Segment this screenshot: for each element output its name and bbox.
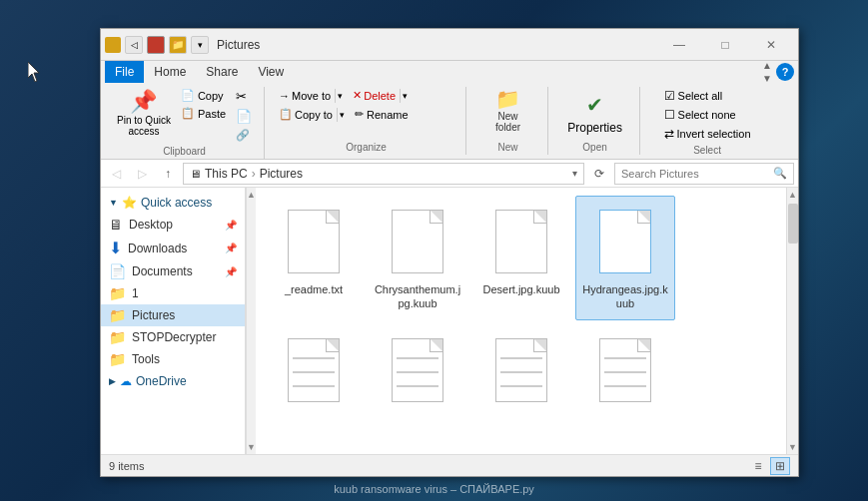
clipboard-buttons: 📌 Pin to Quickaccess 📄 Copy 📋 Paste (113, 87, 256, 144)
file-scroll-thumb[interactable] (788, 204, 798, 244)
doc-line (397, 357, 438, 359)
doc-line (293, 357, 335, 359)
sidebar-item-pictures[interactable]: 📁 Pictures (101, 304, 245, 326)
properties-label: Properties (567, 121, 622, 135)
pin-button[interactable]: 📌 Pin to Quickaccess (113, 87, 175, 139)
help-button[interactable]: ? (776, 63, 794, 81)
maximize-button[interactable]: □ (702, 29, 748, 61)
scroll-up-arrow[interactable]: ▲ (247, 190, 256, 200)
paste-button[interactable]: 📋 Paste (177, 105, 230, 122)
file-item-chrysanthemum[interactable]: Chrysanthemum.jpg.kuub (368, 196, 467, 320)
copy-to-split: 📋 Copy to ▾ (275, 106, 347, 123)
window-icon (105, 37, 121, 53)
doc-line (500, 385, 542, 387)
file-area-scrollbar[interactable]: ▲ ▼ (786, 188, 798, 454)
desktop-pin: 📌 (225, 220, 237, 231)
delete-arrow[interactable]: ▾ (400, 89, 410, 103)
copy-paste-btns: 📄 Copy 📋 Paste (177, 87, 230, 122)
new-folder-button[interactable]: 📁 Newfolder (490, 87, 526, 135)
sidebar-scrollbar[interactable]: ▲ ▼ (246, 188, 256, 454)
copy-button[interactable]: 📄 Copy (177, 87, 230, 104)
desktop-icon: 🖥 (109, 217, 123, 233)
cut-icon: ✂ (236, 89, 247, 104)
file-item-7[interactable] (471, 324, 571, 420)
pin-label: Pin to Quickaccess (117, 115, 171, 137)
details-view-button[interactable]: ≡ (748, 457, 768, 475)
delete-split: ✕ Delete ▾ (349, 87, 410, 104)
file-item-5[interactable] (264, 324, 364, 420)
folder-icon: 📁 (169, 36, 187, 54)
up-button[interactable]: ↑ (157, 163, 179, 185)
minimize-button[interactable]: — (656, 29, 702, 61)
file-item-6[interactable] (368, 324, 467, 420)
new-label: New (498, 140, 518, 153)
delete-button[interactable]: ✕ Delete (349, 87, 400, 104)
select-all-checkbox: ☑ (664, 89, 675, 103)
cursor (28, 62, 42, 76)
copy-to-arrow[interactable]: ▾ (337, 108, 347, 122)
scroll-down-arrow[interactable]: ▼ (247, 442, 256, 452)
explorer-window: ◁ 📁 ▾ Pictures — □ ✕ File Home Share Vie… (100, 28, 799, 477)
title-bar: ◁ 📁 ▾ Pictures — □ ✕ (101, 29, 798, 61)
cut-button[interactable]: ✂ (232, 87, 256, 106)
expand-icon: ▼ (109, 198, 118, 208)
sidebar-item-documents[interactable]: 📄 Documents 📌 (101, 260, 245, 282)
copy-path-icon: 📄 (236, 109, 252, 124)
file-scroll-down[interactable]: ▼ (788, 442, 797, 452)
sidebar-item-1[interactable]: 📁 1 (101, 282, 245, 304)
close-button[interactable]: ✕ (748, 29, 794, 61)
path-dropdown[interactable]: ▾ (572, 168, 577, 179)
file-scroll-up[interactable]: ▲ (788, 190, 797, 200)
rename-button[interactable]: ✏ Rename (351, 106, 413, 123)
select-all-button[interactable]: ☑ Select all (660, 87, 727, 105)
select-none-label: Select none (678, 109, 736, 121)
menu-file[interactable]: File (105, 61, 144, 83)
refresh-button[interactable]: ⟳ (588, 163, 610, 185)
documents-label: Documents (132, 264, 193, 278)
delete-icon: ✕ (353, 89, 362, 102)
tools-icon: 📁 (109, 351, 126, 367)
copy-label: Copy (198, 90, 224, 102)
address-bar: ◁ ▷ ↑ 🖥 This PC › Pictures ▾ ⟳ 🔍 (101, 160, 798, 188)
downloads-icon: ⬇ (109, 239, 122, 257)
copy-path-button[interactable]: 📄 (232, 107, 256, 126)
nav-back-tb[interactable]: ◁ (125, 36, 143, 54)
doc-line (293, 385, 335, 387)
select-none-checkbox: ☐ (664, 108, 675, 122)
doc-line (397, 371, 438, 373)
sidebar-item-downloads[interactable]: ⬇ Downloads 📌 (101, 236, 245, 260)
file-item-8[interactable] (575, 324, 675, 420)
search-input[interactable] (621, 168, 769, 180)
app-footer: kuub ransomware virus – СПАЙВАРЕ.ру (0, 477, 868, 501)
copy-to-button[interactable]: 📋 Copy to (275, 106, 337, 123)
move-to-button[interactable]: → Move to (275, 88, 335, 104)
file-item-desert[interactable]: Desert.jpg.kuub (471, 196, 571, 320)
properties-button[interactable]: ✔ Properties (563, 87, 626, 137)
sidebar-section-quick-access[interactable]: ▼ ⭐ Quick access (101, 192, 245, 214)
path-sep-1: › (252, 167, 256, 181)
sidebar-item-stopdecrypter[interactable]: 📁 STOPDecrypter (101, 326, 245, 348)
sidebar-section-onedrive[interactable]: ▶ ☁ OneDrive (101, 370, 245, 392)
menu-home[interactable]: Home (144, 61, 196, 83)
select-none-button[interactable]: ☐ Select none (660, 106, 740, 124)
large-icons-view-button[interactable]: ⊞ (770, 457, 790, 475)
move-to-arrow[interactable]: ▾ (335, 89, 345, 103)
menu-share[interactable]: Share (196, 61, 248, 83)
expand-icon-2: ▶ (109, 376, 116, 386)
file-area-container: _readme.txt Ch (256, 188, 798, 454)
ribbon-up-btn[interactable]: ▲ (762, 60, 772, 72)
sidebar-item-tools[interactable]: 📁 Tools (101, 348, 245, 370)
invert-selection-button[interactable]: ⇄ Invert selection (660, 125, 755, 143)
organize-buttons: → Move to ▾ ✕ Delete ▾ (275, 87, 457, 140)
desktop-label: Desktop (129, 218, 173, 232)
file-item-readme[interactable]: _readme.txt (264, 196, 364, 320)
menu-view[interactable]: View (248, 61, 294, 83)
quick-access-icon (147, 36, 165, 54)
doc-icon (495, 210, 547, 273)
sidebar-item-desktop[interactable]: 🖥 Desktop 📌 (101, 214, 245, 236)
down-arrow-tb[interactable]: ▾ (191, 36, 209, 54)
address-path[interactable]: 🖥 This PC › Pictures ▾ (183, 163, 584, 185)
organize-label: Organize (346, 140, 387, 153)
paste-shortcut-button[interactable]: 🔗 (232, 127, 256, 144)
file-item-hydrangeas[interactable]: Hydrangeas.jpg.kuub (575, 196, 675, 320)
